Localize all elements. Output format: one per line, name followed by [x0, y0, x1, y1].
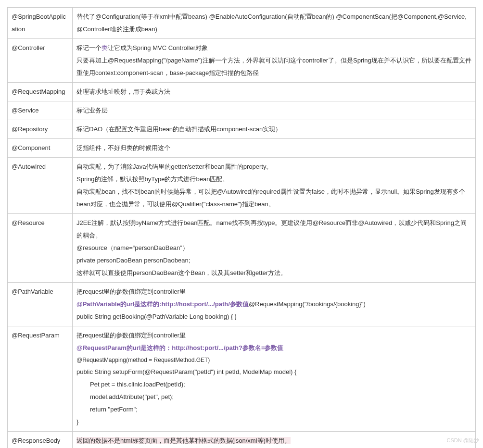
text-span: @PathVariable的url是这样的:http://host:port/.… — [76, 300, 249, 308]
annotation-description-cell: 把request里的参数值绑定到controller里@RequestParam… — [73, 326, 476, 432]
table-row: @ResourceJ2EE注解，默认按照byName方式进行bean匹配。nam… — [8, 214, 476, 283]
description-line: @resource（name=“personDaoBean”） — [76, 242, 471, 254]
description-line: public String getBooking(@PathVariable L… — [76, 311, 471, 323]
description-line: model.addAttribute("pet", pet); — [76, 391, 471, 403]
description-line: @RequestMapping(method = RequestMethod.G… — [76, 354, 471, 366]
annotation-name-cell: @RequestMapping — [8, 83, 73, 101]
description-line: 只要再加上@RequestMapping("/pageName")注解一个方法，… — [76, 54, 471, 79]
annotation-description-cell: 泛指组件，不好归类的时候用这个 — [73, 139, 476, 158]
description-line: Spring的注解，默认按照byType的方式进行bean匹配。 — [76, 173, 471, 186]
watermark: CSDN @陆沙 — [447, 437, 479, 444]
table-row: @RequestMapping处理请求地址映射，用于类或方法 — [8, 83, 476, 101]
annotation-description-cell: 标记业务层 — [73, 101, 476, 120]
annotation-description-cell: 替代了@Configuration(等于在xml中配置beans) @Enabl… — [73, 8, 476, 39]
text-span: 类 — [102, 44, 108, 51]
description-line: Pet pet = this.clinic.loadPet(petId); — [76, 378, 471, 391]
annotations-table: @SpringBootApplication替代了@Configuration(… — [7, 7, 476, 448]
annotation-description-cell: J2EE注解，默认按照byName方式进行bean匹配。name找不到再按typ… — [73, 214, 476, 283]
description-line: private personDaoBean personDaobean; — [76, 254, 471, 267]
highlighted-text: 返回的数据不是html标签页面，而是其他某种格式的数据(json/xml等)时使… — [76, 437, 291, 444]
annotation-name-cell: @Controller — [8, 39, 73, 83]
description-line: @PathVariable的url是这样的:http://host:port/.… — [76, 298, 471, 311]
annotation-name-cell: @PathVariable — [8, 283, 73, 326]
annotation-description-cell: 标记DAO（在配置文件重启用bean的自动扫描或用component-scan实… — [73, 120, 476, 139]
description-line: return "petForm"; — [76, 403, 471, 416]
annotation-description-cell: 标记一个类让它成为Spring MVC Controller对象只要再加上@Re… — [73, 39, 476, 83]
annotation-name-cell: @Component — [8, 139, 73, 158]
table-row: @Autowired自动装配，为了消除Java代码里的getter/setter… — [8, 158, 476, 214]
indented-code: return "petForm"; — [76, 403, 471, 416]
description-line: } — [76, 416, 471, 428]
indented-code: model.addAttribute("pet", pet); — [76, 391, 471, 403]
annotation-description-cell: 处理请求地址映射，用于类或方法 — [73, 83, 476, 101]
description-line: J2EE注解，默认按照byName方式进行bean匹配。name找不到再按typ… — [76, 217, 471, 242]
annotation-name-cell: @Resource — [8, 214, 73, 283]
table-row: @SpringBootApplication替代了@Configuration(… — [8, 8, 476, 39]
annotation-name-cell: @Service — [8, 101, 73, 120]
text-span: @RequestMapping("/bookings/{booking}") — [249, 300, 366, 308]
annotation-name-cell: @Repository — [8, 120, 73, 139]
text-span: 让它成为Spring MVC Controller对象 — [108, 44, 208, 51]
description-line: 这样就可以直接使用personDaoBean这个Bean，以及其setter和g… — [76, 267, 471, 279]
table-row: @ResponseBody返回的数据不是html标签页面，而是其他某种格式的数据… — [8, 432, 476, 448]
annotation-name-cell: @ResponseBody — [8, 432, 73, 448]
description-line: 把request里的参数值绑定到controller里 — [76, 329, 471, 342]
annotation-description-cell: 返回的数据不是html标签页面，而是其他某种格式的数据(json/xml等)时使… — [73, 432, 476, 448]
description-line: 标记一个类让它成为Spring MVC Controller对象 — [76, 42, 471, 54]
annotation-description-cell: 把request里的参数值绑定到controller里@PathVariable… — [73, 283, 476, 326]
table-row: @Controller标记一个类让它成为Spring MVC Controlle… — [8, 39, 476, 83]
table-row: @RequestParam把request里的参数值绑定到controller里… — [8, 326, 476, 432]
description-line: public String setupForm(@RequestParam("p… — [76, 366, 471, 378]
description-line: 自动装配bean，找不到bean的时候抛异常，可以把@Autowired的req… — [76, 186, 471, 211]
table-row: @Component泛指组件，不好归类的时候用这个 — [8, 139, 476, 158]
indented-code: Pet pet = this.clinic.loadPet(petId); — [76, 378, 471, 391]
text-span: 标记一个 — [76, 44, 102, 51]
table-row: @Service标记业务层 — [8, 101, 476, 120]
table-row: @PathVariable把request里的参数值绑定到controller里… — [8, 283, 476, 326]
table-row: @Repository标记DAO（在配置文件重启用bean的自动扫描或用comp… — [8, 120, 476, 139]
annotation-name-cell: @Autowired — [8, 158, 73, 214]
annotation-description-cell: 自动装配，为了消除Java代码里的getter/setter和bean属性的pr… — [73, 158, 476, 214]
description-line: @RequestParam的url是这样的：http://host:port/.… — [76, 342, 471, 354]
annotation-name-cell: @RequestParam — [8, 326, 73, 432]
description-line: 把request里的参数值绑定到controller里 — [76, 286, 471, 298]
annotation-name-cell: @SpringBootApplication — [8, 8, 73, 39]
description-line: 自动装配，为了消除Java代码里的getter/setter和bean属性的pr… — [76, 161, 471, 173]
